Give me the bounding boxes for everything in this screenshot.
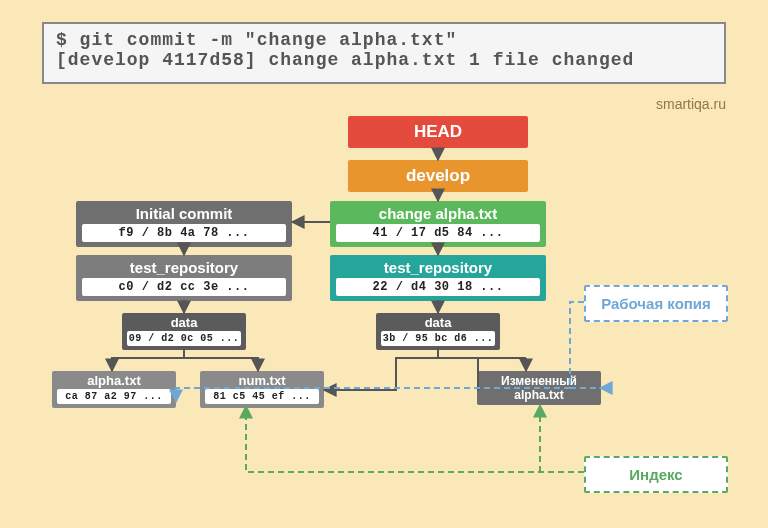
left-commit-title: Initial commit: [76, 201, 292, 224]
right-alpha: Измененный alpha.txt: [477, 371, 601, 405]
right-commit-title: change alpha.txt: [330, 201, 546, 224]
right-tree-title: test_repository: [330, 255, 546, 278]
terminal-box: $ git commit -m "change alpha.txt" [deve…: [42, 22, 726, 84]
right-data-title: data: [376, 313, 500, 331]
right-alpha-title: Измененный: [477, 371, 601, 388]
legend-index: Индекс: [584, 456, 728, 493]
left-num: num.txt 81 c5 45 ef ...: [200, 371, 324, 408]
watermark: smartiqa.ru: [656, 96, 726, 112]
left-data-hash: 09 / d2 0c 05 ...: [127, 331, 241, 346]
left-alpha-hash: ca 87 a2 97 ...: [57, 389, 171, 404]
left-tree-hash: c0 / d2 cc 3e ...: [82, 278, 286, 296]
left-alpha: alpha.txt ca 87 a2 97 ...: [52, 371, 176, 408]
left-commit: Initial commit f9 / 8b 4a 78 ...: [76, 201, 292, 247]
right-alpha-sub: alpha.txt: [477, 388, 601, 405]
legend-working: Рабочая копия: [584, 285, 728, 322]
ref-head: HEAD: [348, 116, 528, 148]
left-tree: test_repository c0 / d2 cc 3e ...: [76, 255, 292, 301]
right-commit-hash: 41 / 17 d5 84 ...: [336, 224, 540, 242]
left-num-hash: 81 c5 45 ef ...: [205, 389, 319, 404]
right-commit: change alpha.txt 41 / 17 d5 84 ...: [330, 201, 546, 247]
terminal-line1: $ git commit -m "change alpha.txt": [56, 30, 712, 50]
right-data-hash: 3b / 95 bc d6 ...: [381, 331, 495, 346]
terminal-line2: [develop 4117d58] change alpha.txt 1 fil…: [56, 50, 712, 70]
left-data-title: data: [122, 313, 246, 331]
left-num-title: num.txt: [200, 371, 324, 389]
right-data: data 3b / 95 bc d6 ...: [376, 313, 500, 350]
right-tree-hash: 22 / d4 30 18 ...: [336, 278, 540, 296]
left-data: data 09 / d2 0c 05 ...: [122, 313, 246, 350]
left-alpha-title: alpha.txt: [52, 371, 176, 389]
left-commit-hash: f9 / 8b 4a 78 ...: [82, 224, 286, 242]
right-tree: test_repository 22 / d4 30 18 ...: [330, 255, 546, 301]
ref-develop: develop: [348, 160, 528, 192]
left-tree-title: test_repository: [76, 255, 292, 278]
